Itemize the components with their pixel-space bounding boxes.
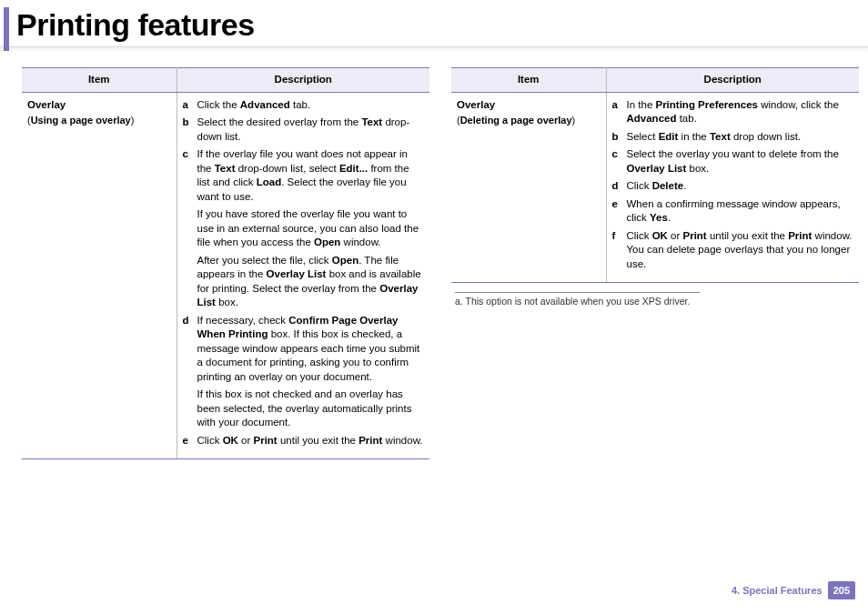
item-title: Overlay	[457, 98, 601, 113]
item-subtitle: (Deleting a page overlay)	[457, 115, 575, 126]
step-text: In the Printing Preferences window, clic…	[627, 99, 839, 125]
right-column: Item Description Overlay (Deleting a pag…	[451, 67, 859, 459]
table-row: Overlay (Using a page overlay) a Click t…	[22, 92, 429, 459]
footnote: a. This option is not available when you…	[455, 292, 700, 307]
section-label: 4. Special Features	[732, 585, 823, 596]
step-d: d If necessary, check Confirm Page Overl…	[183, 314, 425, 430]
page-header: Printing features	[0, 0, 868, 53]
step-text: Select the desired overlay from the Text…	[197, 116, 410, 142]
accent-bar	[4, 7, 9, 51]
item-cell: Overlay (Deleting a page overlay)	[451, 92, 606, 283]
item-cell: Overlay (Using a page overlay)	[22, 92, 177, 459]
th-desc: Description	[606, 68, 859, 93]
step-text: Select the overlay you want to delete fr…	[627, 148, 839, 174]
header-shadow	[0, 47, 868, 53]
step-text: Click Delete.	[627, 180, 687, 191]
step-a: a Click the Advanced tab.	[183, 98, 425, 113]
page-footer: 4. Special Features 205	[732, 581, 855, 599]
step-e: e Click OK or Print until you exit the P…	[183, 434, 425, 448]
step-text: When a confirming message window appears…	[627, 198, 841, 224]
step-a: a In the Printing Preferences window, cl…	[612, 98, 854, 126]
step-text: If necessary, check Confirm Page Overlay…	[197, 315, 420, 382]
step-text: Click OK or Print until you exit the Pri…	[627, 230, 853, 269]
step-d: d Click Delete.	[612, 179, 854, 194]
th-desc: Description	[177, 68, 429, 93]
step-text: Click OK or Print until you exit the Pri…	[197, 435, 423, 446]
step-e: e When a confirming message window appea…	[612, 197, 854, 226]
step-para: If this box is not checked and an overla…	[197, 388, 425, 430]
item-title: Overlay	[27, 98, 171, 113]
left-column: Item Description Overlay (Using a page o…	[22, 67, 429, 459]
step-para: If you have stored the overlay file you …	[197, 207, 425, 250]
steps-list: a Click the Advanced tab. b Select the d…	[183, 98, 425, 448]
steps-list: a In the Printing Preferences window, cl…	[612, 98, 854, 272]
step-text: Click the Advanced tab.	[197, 99, 311, 110]
content: Item Description Overlay (Using a page o…	[0, 53, 868, 459]
right-table: Item Description Overlay (Deleting a pag…	[451, 67, 859, 283]
page-title: Printing features	[0, 0, 868, 46]
step-text: Select Edit in the Text drop down list.	[627, 131, 802, 142]
th-item: Item	[451, 68, 606, 93]
step-c: c Select the overlay you want to delete …	[612, 147, 854, 176]
step-c: c If the overlay file you want does not …	[183, 147, 425, 310]
table-row: Overlay (Deleting a page overlay) a In t…	[451, 92, 859, 283]
page-number: 205	[828, 581, 855, 599]
step-text: If the overlay file you want does not ap…	[197, 148, 409, 202]
desc-cell: a Click the Advanced tab. b Select the d…	[177, 92, 429, 459]
left-table: Item Description Overlay (Using a page o…	[22, 67, 429, 459]
step-b: b Select the desired overlay from the Te…	[183, 116, 425, 144]
desc-cell: a In the Printing Preferences window, cl…	[606, 92, 859, 283]
step-f: f Click OK or Print until you exit the P…	[612, 229, 854, 272]
step-b: b Select Edit in the Text drop down list…	[612, 130, 854, 145]
item-subtitle: (Using a page overlay)	[27, 115, 134, 126]
step-para: After you select the file, click Open. T…	[197, 254, 425, 310]
th-item: Item	[22, 68, 177, 93]
